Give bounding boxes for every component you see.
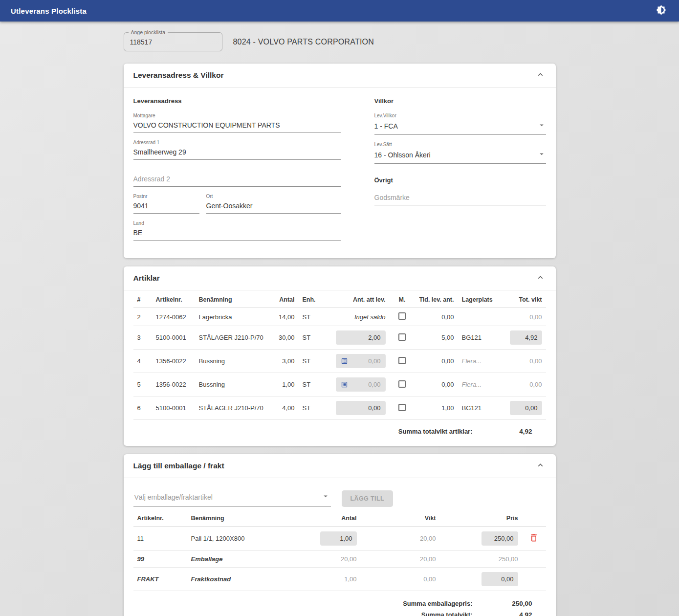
packaging-column-header: Antal	[314, 509, 361, 527]
articles-column-header: Tid. lev. ant.	[415, 290, 458, 308]
packaging-price-input[interactable]: 0,00	[482, 572, 518, 586]
packaging-row: 11Pall 1/1, 1200X8001,0020,00250,00	[133, 527, 546, 551]
packaging-actions	[522, 551, 546, 568]
total-weight-input[interactable]: 4,92	[510, 330, 542, 345]
articles-column-header: Antal	[268, 290, 299, 308]
adressrad2-input[interactable]: Adressrad 2	[133, 174, 341, 187]
add-packaging-button[interactable]: LÄGG TILL	[342, 490, 394, 507]
app-bar: Utleverans Plocklista	[0, 0, 679, 22]
packaging-price-cell: 0,00	[440, 568, 522, 591]
total-weight-cell: 0,00	[504, 396, 546, 420]
article-row-number: 2	[133, 308, 152, 326]
qty-to-deliver-input[interactable]: 0,00	[336, 401, 386, 415]
qty-to-deliver-cell: 2,00	[332, 326, 390, 350]
articles-collapse-button[interactable]	[535, 272, 546, 285]
stock-location: BG121	[458, 326, 504, 350]
total-weight-cell: 4,92	[504, 326, 546, 350]
article-row: 35100-0001STÅLAGER J210-P/7030,00ST2,005…	[133, 326, 546, 350]
address-heading: Leveransadress	[133, 97, 341, 105]
delivery-collapse-button[interactable]	[535, 69, 546, 82]
lev-villkor-select[interactable]: 1 - FCA	[374, 120, 546, 135]
previously-delivered-qty: 1,00	[415, 396, 458, 420]
packaging-article-number: 99	[133, 551, 187, 568]
article-row: 41356-0022Bussning3,00ST0,000,00Flera...…	[133, 350, 546, 373]
field-mottagare[interactable]: Mottagare VOLVO CONSTRUCTION EQUIPMENT P…	[133, 113, 341, 133]
list-alt-icon	[341, 381, 348, 388]
packaging-article-number: 11	[133, 527, 187, 551]
packaging-qty-cell: 1,00	[314, 527, 361, 551]
qty-to-deliver-input[interactable]: 0,00	[336, 377, 386, 392]
godsmarke-input[interactable]: Godsmärke	[374, 192, 546, 205]
qty-to-deliver-input[interactable]: 0,00	[336, 354, 386, 368]
theme-toggle-button[interactable]	[654, 3, 668, 19]
previously-delivered-qty: 0,00	[415, 350, 458, 373]
packaging-article-select[interactable]: Välj emballage/fraktartikel	[133, 489, 331, 507]
land-input[interactable]: BE	[133, 227, 341, 241]
field-lev-villkor[interactable]: Lev.Villkor 1 - FCA	[374, 113, 546, 135]
articles-column-header: Benämning	[195, 290, 268, 308]
field-adressrad1[interactable]: Adressrad 1 Smallheerweg 29	[133, 140, 341, 160]
picklist-field-label: Ange plocklista	[129, 29, 168, 35]
articles-column-header: Artikelnr.	[152, 290, 195, 308]
articles-card: Artiklar #Artikelnr.BenämningAntalEnh.An…	[124, 266, 556, 446]
packaging-row: 99Emballage20,0020,00250,00	[133, 551, 546, 568]
articles-column-header: #	[133, 290, 152, 308]
manual-checkbox[interactable]	[398, 312, 406, 320]
article-unit: ST	[299, 373, 332, 396]
articles-column-header: Tot. vikt	[504, 290, 546, 308]
articles-column-header: Ant. att lev.	[332, 290, 390, 308]
qty-to-deliver-cell: 0,00	[332, 396, 390, 420]
articles-summary-value: 4,92	[473, 428, 532, 435]
field-postnr[interactable]: Postnr 9041	[133, 194, 199, 214]
field-godsmarke[interactable]: Godsmärke	[374, 192, 546, 205]
article-row: 65100-0001STÅLAGER J210-P/704,00ST0,001,…	[133, 396, 546, 420]
packaging-description: Pall 1/1, 1200X800	[187, 527, 314, 551]
article-row-number: 5	[133, 373, 152, 396]
lev-satt-select[interactable]: 16 - Ohlsson Åkeri	[374, 149, 546, 164]
article-qty: 30,00	[268, 326, 299, 350]
delivery-card-title: Leveransadress & Villkor	[133, 71, 224, 80]
villkor-heading: Villkor	[374, 97, 546, 105]
packaging-collapse-button[interactable]	[535, 460, 546, 472]
manual-checkbox[interactable]	[398, 380, 406, 388]
main-content: Ange plocklista 118517 8024 - VOLVO PART…	[124, 32, 556, 616]
postnr-input[interactable]: 9041	[133, 200, 199, 214]
manual-checkbox[interactable]	[398, 404, 406, 411]
stock-location: Flera...	[458, 373, 504, 396]
ort-input[interactable]: Gent-Oosakker	[206, 200, 341, 214]
qty-to-deliver-input[interactable]: 2,00	[336, 330, 386, 345]
arrow-drop-down-icon	[321, 492, 330, 503]
picklist-header: Ange plocklista 118517 8024 - VOLVO PART…	[124, 32, 556, 51]
article-number: 5100-0001	[152, 326, 195, 350]
packaging-table: Artikelnr.BenämningAntalViktPris 11Pall …	[133, 509, 546, 591]
manual-cell	[390, 326, 415, 350]
total-weight: 0,00	[504, 373, 546, 396]
picklist-field[interactable]: Ange plocklista 118517	[124, 32, 222, 51]
packaging-description: Fraktkostnad	[187, 568, 314, 591]
packaging-price-input[interactable]: 250,00	[482, 531, 518, 546]
manual-checkbox[interactable]	[398, 357, 406, 364]
field-land[interactable]: Land BE	[133, 220, 341, 241]
delivery-card: Leveransadress & Villkor Leveransadress …	[124, 64, 556, 258]
packaging-column-header: Vikt	[361, 509, 440, 527]
article-row-number: 4	[133, 350, 152, 373]
mottagare-input[interactable]: VOLVO CONSTRUCTION EQUIPMENT PARTS	[133, 120, 341, 133]
articles-table-header: #Artikelnr.BenämningAntalEnh.Ant. att le…	[133, 290, 546, 308]
adressrad1-input[interactable]: Smallheerweg 29	[133, 147, 341, 160]
manual-cell	[390, 308, 415, 326]
field-adressrad2[interactable]: Adressrad 2	[133, 167, 341, 187]
packaging-qty-input[interactable]: 1,00	[320, 531, 357, 546]
manual-checkbox[interactable]	[398, 333, 406, 341]
previously-delivered-qty: 0,00	[415, 308, 458, 326]
field-ort[interactable]: Ort Gent-Oosakker	[206, 194, 341, 214]
delete-packaging-button[interactable]	[527, 531, 541, 546]
articles-column-header: Enh.	[299, 290, 332, 308]
field-lev-satt[interactable]: Lev.Sätt 16 - Ohlsson Åkeri	[374, 142, 546, 164]
article-unit: ST	[299, 326, 332, 350]
packaging-weight: 20,00	[361, 551, 440, 568]
list-alt-icon	[341, 357, 348, 365]
total-weight-input[interactable]: 0,00	[510, 401, 542, 415]
trash-icon	[529, 533, 539, 544]
picklist-input[interactable]: 118517	[130, 38, 153, 46]
article-description: STÅLAGER J210-P/70	[195, 396, 268, 420]
